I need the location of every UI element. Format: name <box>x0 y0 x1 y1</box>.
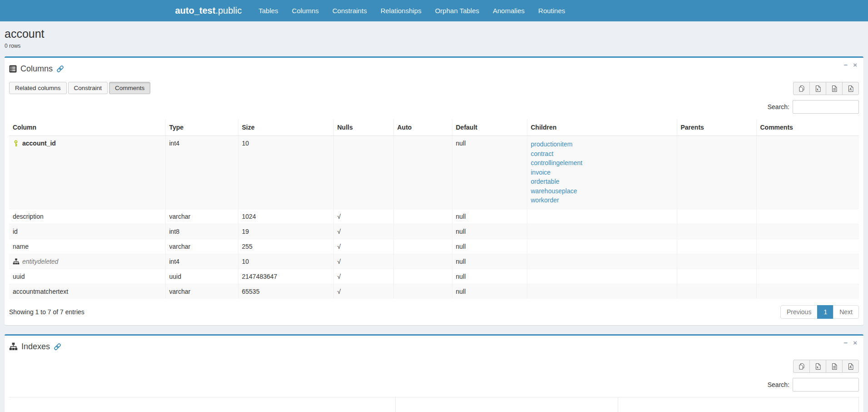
cell-default: null <box>452 284 527 299</box>
cell-size: 255 <box>238 239 333 254</box>
copy-export-button[interactable] <box>793 360 810 373</box>
tab-related-columns[interactable]: Related columns <box>9 82 67 94</box>
nav-item-routines[interactable]: Routines <box>531 0 572 21</box>
indexes-search-input[interactable] <box>793 378 859 392</box>
columns-table-header-row: ColumnTypeSizeNullsAutoDefaultChildrenPa… <box>9 119 859 136</box>
cell-parents <box>677 254 756 269</box>
child-table-link-productionitem[interactable]: productionitem <box>531 140 673 149</box>
cell-comments <box>756 239 859 254</box>
cell-children <box>527 209 677 224</box>
copy-icon <box>798 85 805 92</box>
brand-catalog: .public <box>215 5 242 15</box>
column-header-type[interactable]: Type <box>165 119 238 136</box>
indexes-collapse-button[interactable]: − <box>843 339 848 346</box>
child-table-link-controllingelement[interactable]: controllingelement <box>531 158 673 168</box>
cell-nulls: √ <box>333 254 393 269</box>
child-table-link-contract[interactable]: contract <box>531 149 673 159</box>
nav-item-relationships[interactable]: Relationships <box>374 0 428 21</box>
columns-table: ColumnTypeSizeNullsAutoDefaultChildrenPa… <box>9 119 859 299</box>
indexes-link-icon[interactable] <box>54 343 61 351</box>
tab-constraint[interactable]: Constraint <box>68 82 108 94</box>
columns-search-label: Search: <box>768 103 789 111</box>
cell-default: null <box>452 269 527 284</box>
columns-search-input[interactable] <box>793 100 859 114</box>
text-icon <box>831 363 838 370</box>
columns-collapse-button[interactable]: − <box>843 61 848 68</box>
nav-item-orphan-tables[interactable]: Orphan Tables <box>428 0 486 21</box>
nav-item-anomalies[interactable]: Anomalies <box>486 0 531 21</box>
cell-parents <box>677 284 756 299</box>
page-1-button[interactable]: 1 <box>817 305 833 319</box>
cell-auto <box>393 254 452 269</box>
cell-default: null <box>452 136 527 209</box>
indexes-table-header-row <box>9 397 859 412</box>
column-header-size[interactable]: Size <box>238 119 333 136</box>
cell-column-name: id <box>9 224 165 239</box>
child-table-link-workorder[interactable]: workorder <box>531 196 673 205</box>
cell-comments <box>756 136 859 209</box>
cell-comments <box>756 269 859 284</box>
pdf-icon: A <box>847 363 854 370</box>
previous-page-button[interactable]: Previous <box>780 305 818 319</box>
nav-links: TablesColumnsConstraintsRelationshipsOrp… <box>252 0 572 21</box>
pdf-export-button[interactable]: A <box>842 360 859 373</box>
column-header-parents[interactable]: Parents <box>677 119 756 136</box>
table-row-id: idint819√null <box>9 224 859 239</box>
cell-children <box>527 254 677 269</box>
column-header-column[interactable]: Column <box>9 119 165 136</box>
table-row-name: namevarchar255√null <box>9 239 859 254</box>
child-table-link-ordertable[interactable]: ordertable <box>531 177 673 186</box>
excel-export-button[interactable]: x <box>809 82 826 95</box>
pagination: Previous 1 Next <box>781 305 859 319</box>
nav-item-columns[interactable]: Columns <box>285 0 326 21</box>
cell-type: varchar <box>165 284 238 299</box>
cell-size: 10 <box>238 136 333 209</box>
tab-comments[interactable]: Comments <box>109 82 150 94</box>
cell-children <box>527 239 677 254</box>
nav-item-tables[interactable]: Tables <box>252 0 285 21</box>
columns-close-button[interactable]: × <box>853 61 857 68</box>
columns-link-icon[interactable] <box>56 65 64 73</box>
column-header-auto[interactable]: Auto <box>393 119 452 136</box>
cell-type: uuid <box>165 269 238 284</box>
brand-schema: auto_test <box>175 5 216 15</box>
cell-parents <box>677 269 756 284</box>
nav-item-constraints[interactable]: Constraints <box>326 0 374 21</box>
svg-text:A: A <box>848 365 852 369</box>
child-table-link-invoice[interactable]: invoice <box>531 168 673 177</box>
next-page-button[interactable]: Next <box>833 305 859 319</box>
copy-icon <box>798 363 805 370</box>
column-name-text: entitydeleted <box>22 258 58 265</box>
cell-type: varchar <box>165 239 238 254</box>
cell-auto <box>393 136 452 209</box>
columns-panel-title: Columns <box>20 63 53 75</box>
cell-type: int8 <box>165 224 238 239</box>
table-row-uuid: uuiduuid2147483647√null <box>9 269 859 284</box>
column-header-default[interactable]: Default <box>452 119 527 136</box>
indexes-header-cell[interactable] <box>618 397 859 412</box>
cell-nulls: √ <box>333 284 393 299</box>
brand[interactable]: auto_test.public <box>175 5 242 16</box>
column-header-children[interactable]: Children <box>527 119 677 136</box>
column-header-comments[interactable]: Comments <box>756 119 859 136</box>
cell-default: null <box>452 209 527 224</box>
indexes-header-cell[interactable] <box>9 397 395 412</box>
text-export-button[interactable] <box>826 360 843 373</box>
table-row-account-id: account_idint410nullproductionitemcontra… <box>9 136 859 209</box>
columns-table-body: account_idint410nullproductionitemcontra… <box>9 136 859 299</box>
indexes-panel-header: Indexes − × <box>5 336 863 357</box>
cell-children <box>527 224 677 239</box>
columns-panel-header: Columns − × <box>5 58 863 79</box>
content-header: account 0 rows <box>0 21 868 56</box>
cell-children: productionitemcontractcontrollingelement… <box>527 136 677 209</box>
text-export-button[interactable] <box>826 82 843 95</box>
cell-default: null <box>452 224 527 239</box>
excel-export-button[interactable]: x <box>809 360 826 373</box>
indexes-header-cell[interactable] <box>395 397 618 412</box>
cell-comments <box>756 254 859 269</box>
column-header-nulls[interactable]: Nulls <box>333 119 393 136</box>
copy-export-button[interactable] <box>793 82 810 95</box>
indexes-close-button[interactable]: × <box>853 339 857 346</box>
pdf-export-button[interactable]: A <box>842 82 859 95</box>
child-table-link-warehouseplace[interactable]: warehouseplace <box>531 186 673 196</box>
